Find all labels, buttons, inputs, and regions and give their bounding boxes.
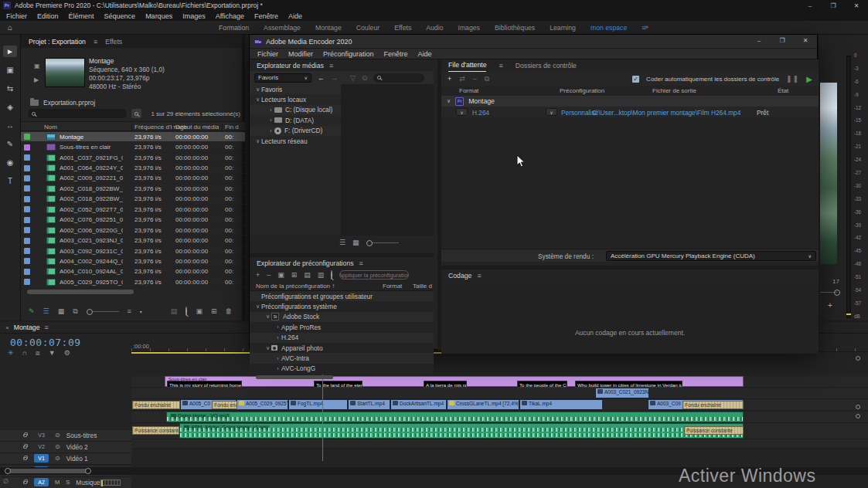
thumb-view-icon[interactable]: ▦ bbox=[352, 239, 359, 246]
project-row[interactable]: A002_C018_0922BW_002.m23,976 i/s00:00:00… bbox=[21, 195, 245, 205]
tree-chevron-icon[interactable]: › bbox=[274, 335, 281, 341]
col-media-end[interactable]: Fin d bbox=[225, 124, 239, 130]
search-bin-icon[interactable] bbox=[131, 109, 141, 118]
video-clip[interactable]: DockArtisanTL.mp4 bbox=[390, 399, 447, 410]
panel-close-icon[interactable]: × bbox=[5, 324, 9, 331]
track-target-v1[interactable]: V1 bbox=[34, 454, 49, 463]
create-preset-icon[interactable]: + bbox=[256, 271, 260, 279]
add-button[interactable]: + bbox=[828, 301, 832, 310]
track-target-v2[interactable]: V2 bbox=[34, 442, 49, 451]
tree-chevron-icon[interactable]: ∨ bbox=[254, 97, 261, 103]
add-source-icon[interactable]: + bbox=[448, 75, 451, 83]
lock-icon[interactable] bbox=[23, 446, 27, 449]
audio-clip[interactable]: APM_Adobe_Going Home_v1.wav bbox=[179, 423, 744, 439]
project-row[interactable]: A001_C037_0921FG_001.m23,976 i/s00:00:00… bbox=[21, 153, 245, 163]
tree-chevron-icon[interactable]: ∨ bbox=[254, 138, 261, 144]
restore-button[interactable]: ❐ bbox=[822, 0, 845, 11]
preset-chevron[interactable]: ∨ bbox=[546, 108, 557, 116]
renderer-dropdown[interactable]: Accélération GPU Mercury Playback Engine… bbox=[606, 251, 816, 261]
queue-menu-icon[interactable]: ≡ bbox=[499, 62, 502, 72]
queue-job-row[interactable]: ∨ H.264 ∨ Personnalisé C:\User...ktop\Mo… bbox=[441, 107, 819, 117]
project-file-row[interactable]: Exportation.prproj bbox=[30, 99, 95, 107]
col-preset[interactable]: Préconfiguration bbox=[560, 87, 604, 94]
project-row[interactable]: A005_C029_0925TO_001.m23,976 i/s00:00:00… bbox=[21, 277, 245, 287]
favorites-dropdown[interactable]: Favoris∨ bbox=[254, 73, 311, 83]
preset-tree-item[interactable]: Préconfigurations et groupes utilisateur bbox=[250, 291, 434, 301]
menu-edition[interactable]: Edition bbox=[37, 12, 59, 20]
audio-transition-clip[interactable]: Puissance constante... bbox=[132, 426, 179, 435]
project-row[interactable]: A002_C052_0922T7_001.m23,976 i/s00:00:00… bbox=[21, 205, 245, 215]
new-bin-icon[interactable]: ▣ bbox=[196, 307, 203, 315]
track-visibility-icon[interactable]: ⊙ bbox=[55, 432, 60, 439]
track-target-v3[interactable]: V3 bbox=[34, 431, 49, 439]
workspace-tab[interactable]: Learning bbox=[550, 24, 576, 32]
workspace-tab[interactable]: Formation bbox=[219, 24, 249, 32]
timeline-add-marker-icon[interactable]: ▼ bbox=[49, 349, 56, 358]
video-clip[interactable]: FogTL.mp4 bbox=[288, 399, 348, 410]
tree-chevron-icon[interactable]: › bbox=[274, 366, 281, 371]
col-preset-size[interactable]: Taille d bbox=[413, 283, 432, 290]
label-color-chip[interactable] bbox=[24, 165, 30, 171]
search-input[interactable] bbox=[28, 109, 127, 118]
group-icon[interactable]: ▥ bbox=[318, 271, 325, 279]
col-output-file[interactable]: Fichier de sortie bbox=[652, 87, 696, 94]
timeline-tab[interactable]: Montage bbox=[14, 324, 40, 331]
menu-élément[interactable]: Élément bbox=[69, 12, 94, 20]
delete-preset-icon[interactable]: – bbox=[267, 271, 271, 279]
tree-chevron-icon[interactable]: ∨ bbox=[254, 303, 261, 310]
job-output-path[interactable]: C:\User...ktop\Mon premier montage\Film … bbox=[592, 109, 740, 117]
project-row[interactable]: A002_C018_0922BW_001.m23,976 i/s00:00:00… bbox=[21, 184, 245, 194]
menu-fenêtre[interactable]: Fenêtre bbox=[254, 12, 278, 20]
scrollbar-dot[interactable] bbox=[856, 405, 860, 409]
tab-watch-folders[interactable]: Dossiers de contrôle bbox=[516, 62, 577, 72]
menu-affichage[interactable]: Affichage bbox=[216, 12, 244, 20]
pen-tool[interactable]: ✎ bbox=[3, 138, 17, 150]
label-color-chip[interactable] bbox=[24, 206, 30, 212]
preset-hscrollbar[interactable] bbox=[256, 375, 333, 379]
preset-tree-item[interactable]: ∨StAdobe Stock bbox=[250, 312, 434, 322]
monitor-zoom-slider[interactable] bbox=[820, 292, 837, 293]
col-format[interactable]: Format bbox=[459, 87, 478, 94]
play-preview-icon[interactable]: ▶ bbox=[34, 76, 39, 83]
workspace-tab[interactable]: Montage bbox=[315, 24, 342, 32]
transition-clip[interactable]: Fondu ench bbox=[212, 401, 237, 409]
poster-frame-icon[interactable]: ▣ bbox=[34, 63, 40, 69]
preset-settings-icon[interactable]: ▣ bbox=[277, 271, 284, 279]
caption-segment[interactable]: A la tierra de mis raíces bbox=[424, 381, 467, 388]
lock-icon[interactable] bbox=[23, 457, 27, 460]
ame-menu-fichier[interactable]: Fichier bbox=[257, 50, 278, 58]
ame-menu-fenêtre[interactable]: Fenêtre bbox=[384, 50, 408, 58]
ame-close-button[interactable]: ✕ bbox=[794, 35, 817, 46]
label-color-chip[interactable] bbox=[24, 185, 30, 191]
timeline-snap-icon[interactable]: ∩ bbox=[22, 349, 27, 358]
label-color-chip[interactable] bbox=[24, 269, 30, 275]
label-color-chip[interactable] bbox=[24, 144, 30, 151]
tab-queue[interactable]: File d'attente bbox=[448, 61, 486, 72]
lock-icon[interactable] bbox=[23, 481, 27, 484]
menu-marques[interactable]: Marques bbox=[145, 12, 172, 20]
pause-queue-icon[interactable]: ❚❚ bbox=[786, 75, 799, 83]
project-row[interactable]: A004_C010_0924AL_001.m23,976 i/s00:00:00… bbox=[21, 267, 245, 277]
track-header-a2[interactable]: A2MSMusique bbox=[0, 477, 131, 488]
import-preset-icon[interactable]: ⊞ bbox=[291, 271, 298, 279]
hscroll-knob-left[interactable] bbox=[5, 468, 11, 474]
project-row[interactable]: Sous-titres en clair23,976 i/s00:00:00:0… bbox=[21, 142, 245, 152]
tab-project[interactable]: Projet : Exportation bbox=[29, 38, 86, 46]
filter-icon[interactable]: ▽ bbox=[350, 74, 356, 82]
timeline-nest-icon[interactable]: ✳ bbox=[8, 349, 14, 358]
label-color-chip[interactable] bbox=[24, 154, 30, 161]
new-item-icon[interactable]: ⊞ bbox=[211, 307, 217, 315]
job-format[interactable]: H.264 bbox=[472, 109, 489, 117]
sort-chevron-icon[interactable]: ▾ bbox=[140, 309, 142, 314]
project-hscrollbar[interactable] bbox=[27, 290, 134, 294]
workspace-tab[interactable]: Audio bbox=[426, 24, 443, 32]
label-color-chip[interactable] bbox=[24, 238, 30, 244]
preset-tree-item[interactable]: ›AVC-LongG bbox=[250, 364, 434, 373]
freeform-view-icon[interactable]: ⧉ bbox=[73, 307, 77, 316]
minimize-button[interactable]: – bbox=[798, 0, 822, 11]
encoding-menu-icon[interactable]: ≡ bbox=[477, 272, 481, 280]
list-view-icon[interactable]: ☰ bbox=[43, 307, 49, 315]
track-visibility-icon[interactable]: ⊙ bbox=[55, 455, 60, 462]
razor-tool[interactable]: ◈ bbox=[3, 101, 17, 113]
ame-maximize-button[interactable]: ❐ bbox=[771, 35, 794, 46]
